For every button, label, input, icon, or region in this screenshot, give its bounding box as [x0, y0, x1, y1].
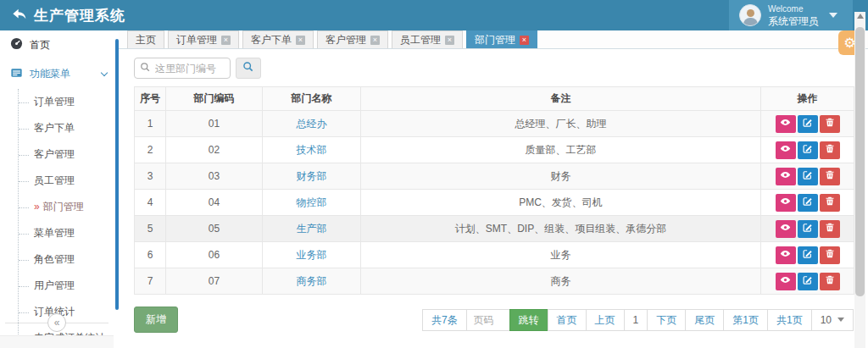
last-page-button[interactable]: 尾页 [685, 309, 724, 331]
sidebar-item-label: 角色管理 [34, 253, 75, 265]
page-number-input[interactable] [466, 309, 510, 331]
edit-button[interactable] [798, 141, 818, 159]
trash-icon [825, 248, 835, 262]
edit-button[interactable] [798, 168, 818, 185]
search-input[interactable] [155, 63, 223, 75]
edit-button[interactable] [798, 246, 818, 264]
actions-cell [761, 216, 854, 242]
dept-name-link[interactable]: 技术部 [297, 144, 327, 156]
sidebar-item-5-active[interactable]: »部门管理 [19, 194, 119, 220]
col-header-code: 部门编码 [166, 87, 263, 111]
close-icon[interactable]: × [370, 36, 380, 45]
main-content: 主页订单管理×客户下单×客户管理×员工管理×部门管理× 序号 部门编码 部门名称… [119, 30, 868, 348]
add-button[interactable]: 新增 [134, 307, 178, 333]
app-logo-icon [12, 8, 27, 23]
app-title: 生产管理系统 [34, 6, 125, 25]
trash-icon [825, 117, 835, 130]
page-scrollbar[interactable] [854, 12, 865, 348]
current-page-button[interactable]: 1 [624, 309, 648, 331]
dept-name-link[interactable]: 财务部 [297, 170, 327, 182]
sidebar-item-label: 菜单管理 [34, 227, 75, 239]
row-index-cell: 2 [135, 137, 166, 163]
sidebar-item-4[interactable]: 员工管理 [19, 168, 119, 194]
dept-code-cell: 01 [166, 111, 263, 137]
dept-name-link[interactable]: 总经办 [297, 118, 327, 130]
sidebar-item-label: 用户管理 [34, 279, 75, 291]
jump-button[interactable]: 跳转 [509, 309, 548, 331]
pencil-icon [802, 222, 813, 235]
tab-3[interactable]: 客户下单× [242, 30, 314, 48]
dept-code: 06 [209, 249, 220, 261]
pencil-icon [802, 169, 813, 183]
sidebar-collapse-button[interactable]: « [47, 313, 66, 332]
search-button[interactable] [236, 58, 261, 79]
sidebar-group-function-menu[interactable]: 功能菜单 [0, 59, 119, 89]
view-button[interactable] [776, 141, 796, 159]
sidebar-item-6[interactable]: 菜单管理 [19, 220, 119, 246]
sidebar-item-2[interactable]: 客户下单 [19, 115, 119, 141]
col-header-name: 部门名称 [263, 87, 361, 111]
delete-button[interactable] [820, 141, 840, 159]
user-menu[interactable]: Welcome 系统管理员 [729, 0, 853, 30]
username-text: 系统管理员 [768, 16, 819, 26]
dashboard-icon [10, 37, 23, 52]
tab-2[interactable]: 订单管理× [168, 30, 239, 48]
edit-button[interactable] [798, 220, 818, 238]
sidebar-item-3[interactable]: 客户管理 [19, 141, 119, 168]
close-icon[interactable]: × [221, 36, 231, 45]
delete-button[interactable] [820, 115, 840, 133]
close-icon[interactable]: × [296, 36, 305, 45]
dept-remark-cell: 计划、SMT、DIP、组装、项目组装、承德分部 [361, 216, 761, 242]
dept-remark-cell: 业务 [361, 242, 761, 268]
actions-cell [761, 111, 854, 137]
edit-button[interactable] [798, 194, 818, 212]
table-row: 606业务部业务 [135, 242, 854, 268]
search-box [134, 58, 231, 79]
scrollbar-thumb[interactable] [855, 27, 865, 296]
tab-1[interactable]: 主页 [127, 30, 164, 48]
sidebar-item-1[interactable]: 订单管理 [19, 89, 119, 115]
next-page-button[interactable]: 下页 [647, 309, 686, 331]
dept-name-link[interactable]: 业务部 [297, 249, 327, 261]
edit-button[interactable] [798, 115, 818, 133]
sidebar-item-8[interactable]: 用户管理 [19, 273, 119, 299]
edit-button[interactable] [798, 273, 818, 290]
view-button[interactable] [776, 273, 796, 290]
dept-remark: 业务 [551, 249, 571, 261]
close-icon[interactable]: × [445, 36, 454, 45]
first-page-button[interactable]: 首页 [548, 309, 587, 331]
delete-button[interactable] [820, 246, 840, 264]
view-button[interactable] [776, 194, 796, 212]
dept-code-cell: 07 [166, 268, 263, 295]
row-index-cell: 4 [135, 190, 166, 216]
table-row: 202技术部质量部、工艺部 [135, 137, 854, 163]
delete-button[interactable] [820, 168, 840, 185]
sidebar-item-label: 部门管理 [43, 201, 84, 213]
sidebar-home-label: 首页 [30, 38, 50, 52]
scroll-up-arrow-icon[interactable] [857, 14, 864, 19]
dept-remark: 商务 [551, 275, 571, 287]
app-brand: 生产管理系统 [0, 6, 125, 25]
delete-button[interactable] [820, 273, 840, 290]
dept-name-link[interactable]: 商务部 [297, 275, 327, 287]
row-index: 2 [147, 144, 153, 156]
dept-code: 01 [209, 118, 220, 130]
sidebar-item-7[interactable]: 角色管理 [19, 246, 119, 273]
page-size-select[interactable]: 10 [811, 309, 854, 331]
dept-name-link[interactable]: 生产部 [297, 223, 327, 235]
tab-5[interactable]: 员工管理× [392, 30, 463, 48]
delete-button[interactable] [820, 194, 840, 212]
sidebar-item-label: 客户管理 [34, 148, 75, 160]
sidebar-item-home[interactable]: 首页 [0, 30, 119, 59]
delete-button[interactable] [820, 220, 840, 238]
view-button[interactable] [776, 246, 796, 264]
dept-name-link[interactable]: 物控部 [297, 196, 327, 208]
tab-bar: 主页订单管理×客户下单×客户管理×员工管理×部门管理× [119, 30, 868, 49]
tab-4[interactable]: 客户管理× [317, 30, 388, 48]
prev-page-button[interactable]: 上页 [586, 309, 625, 331]
view-button[interactable] [776, 168, 796, 185]
view-button[interactable] [776, 220, 796, 238]
view-button[interactable] [776, 115, 796, 133]
tab-6-active[interactable]: 部门管理× [466, 30, 537, 48]
close-icon[interactable]: × [520, 36, 529, 45]
